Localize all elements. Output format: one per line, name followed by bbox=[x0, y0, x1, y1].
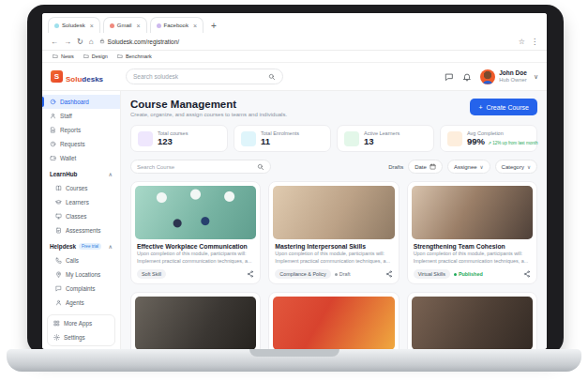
chevron-down-icon: ∨ bbox=[480, 164, 484, 170]
new-tab-button[interactable]: + bbox=[206, 21, 221, 33]
back-icon[interactable]: ← bbox=[51, 38, 58, 46]
reload-icon[interactable]: ↻ bbox=[77, 38, 83, 46]
browser-menu-icon[interactable]: ⋮ bbox=[531, 38, 538, 46]
course-title: Effective Workplace Communication bbox=[135, 243, 256, 250]
sidebar-section-helpdesk[interactable]: Helpdesk Free trial ∧ bbox=[42, 239, 120, 253]
bookmark-design[interactable]: Design bbox=[83, 53, 108, 59]
app-header: S Soludesks John Doe Hub Owner ∨ bbox=[42, 63, 547, 91]
sidebar-item-learners[interactable]: Learners bbox=[42, 195, 120, 209]
sidebar-item-complaints[interactable]: Complaints bbox=[42, 282, 120, 296]
category-filter-label: Category bbox=[502, 164, 524, 170]
stat-value: 99% bbox=[467, 136, 485, 146]
chevron-up-icon[interactable]: ∧ bbox=[109, 171, 113, 177]
book-icon bbox=[138, 131, 153, 146]
sidebar-item-settings[interactable]: Settings bbox=[48, 330, 114, 344]
category-filter[interactable]: Category ∨ bbox=[495, 160, 537, 174]
tab-soludesk[interactable]: Soludesk × bbox=[48, 17, 100, 33]
global-search[interactable] bbox=[126, 69, 283, 84]
sidebar-item-wallet[interactable]: Wallet bbox=[42, 151, 120, 165]
home-icon[interactable]: ⌂ bbox=[89, 38, 94, 46]
course-image bbox=[135, 297, 256, 349]
course-image bbox=[273, 297, 394, 349]
tab-favicon bbox=[110, 23, 114, 28]
bookmark-star-icon[interactable]: ☆ bbox=[519, 38, 525, 46]
chevron-down-icon[interactable]: ∨ bbox=[534, 73, 538, 81]
forward-icon[interactable]: → bbox=[64, 38, 71, 46]
plus-icon: + bbox=[478, 104, 482, 111]
chat-square-icon bbox=[55, 285, 62, 292]
stat-value: 123 bbox=[158, 136, 188, 146]
avatar[interactable] bbox=[480, 69, 495, 84]
sidebar-item-agents[interactable]: Agents bbox=[42, 296, 120, 310]
sidebar-item-dashboard[interactable]: Dashboard bbox=[42, 95, 120, 109]
sidebar-item-calls[interactable]: Calls bbox=[42, 253, 120, 267]
page-subtitle: Create, organize, and assign courses to … bbox=[130, 112, 287, 117]
sidebar-section-learnhub[interactable]: LearnHub ∧ bbox=[42, 167, 120, 181]
sidebar-item-my-locations[interactable]: My Locations bbox=[42, 267, 120, 282]
course-search[interactable] bbox=[130, 160, 271, 174]
folder-icon bbox=[53, 53, 58, 59]
date-filter[interactable]: Date bbox=[408, 160, 443, 174]
sidebar-item-courses[interactable]: Courses bbox=[42, 181, 120, 195]
sidebar-item-label: Complaints bbox=[66, 285, 96, 292]
sidebar-item-classes[interactable]: Classes bbox=[42, 209, 120, 223]
course-image bbox=[412, 186, 533, 239]
agent-icon bbox=[55, 299, 62, 306]
course-search-input[interactable] bbox=[137, 164, 253, 170]
share-icon[interactable] bbox=[385, 270, 393, 278]
calendar-icon bbox=[430, 163, 436, 170]
bookmark-benchmark[interactable]: Benchmark bbox=[117, 53, 152, 59]
stat-card-avg-completion: Avg Completion 99% ↗ 12% up from last mo… bbox=[440, 125, 537, 152]
bookmark-label: Benchmark bbox=[126, 53, 152, 59]
sidebar-item-reports[interactable]: Reports bbox=[42, 123, 120, 137]
sidebar-item-requests[interactable]: Requests bbox=[42, 137, 120, 151]
app-logo[interactable]: S Soludesks bbox=[51, 69, 122, 85]
user-info: John Doe Hub Owner bbox=[499, 69, 527, 84]
laptop-screen: Soludesk × Gmail × Facebook × + ← → ↻ ⌂ … bbox=[42, 13, 547, 349]
drafts-filter[interactable]: Drafts bbox=[388, 164, 403, 170]
chat-icon[interactable] bbox=[445, 72, 454, 82]
assignee-filter-label: Assignee bbox=[454, 164, 477, 170]
assignee-filter[interactable]: Assignee ∨ bbox=[447, 160, 490, 174]
course-tag: Compliance & Policy bbox=[275, 269, 330, 279]
user-name: John Doe bbox=[499, 69, 527, 77]
create-course-button[interactable]: + Create Course bbox=[470, 99, 537, 115]
chevron-up-icon[interactable]: ∧ bbox=[109, 243, 113, 250]
lock-icon bbox=[99, 38, 105, 44]
course-card[interactable]: Enhancing Team Dialogue bbox=[130, 292, 261, 349]
close-icon[interactable]: × bbox=[136, 23, 140, 29]
clipboard-icon bbox=[55, 227, 62, 234]
sidebar-item-label: Classes bbox=[66, 213, 86, 220]
tab-gmail[interactable]: Gmail × bbox=[103, 17, 147, 33]
share-icon[interactable] bbox=[523, 270, 531, 278]
course-description: Upon completion of this module, particip… bbox=[273, 251, 394, 265]
stat-trend: ↗ 12% up from last month bbox=[488, 141, 538, 145]
status-dot bbox=[454, 273, 457, 276]
share-icon[interactable] bbox=[247, 270, 254, 278]
sidebar-item-label: Staff bbox=[60, 113, 72, 119]
sidebar-item-more-apps[interactable]: More Apps bbox=[48, 316, 114, 330]
chevron-down-icon: ∨ bbox=[527, 164, 531, 170]
bookmark-news[interactable]: News bbox=[53, 53, 74, 59]
course-card[interactable]: Effective Workplace Communication Upon c… bbox=[130, 181, 261, 284]
close-icon[interactable]: × bbox=[193, 23, 197, 29]
sidebar-item-staff[interactable]: Staff bbox=[42, 109, 120, 123]
course-card[interactable]: Optimizing Group Dynamics bbox=[268, 292, 399, 349]
status-label: Draft bbox=[339, 271, 351, 277]
sidebar-item-assessments[interactable]: Assessments bbox=[42, 223, 120, 237]
course-card[interactable]: Cultivating Open Communication bbox=[407, 292, 537, 349]
sidebar-item-label: Assessments bbox=[66, 227, 100, 234]
section-title: Helpdesk bbox=[50, 243, 76, 250]
course-image bbox=[135, 186, 256, 239]
sidebar-item-label: Learners bbox=[66, 199, 89, 206]
close-icon[interactable]: × bbox=[90, 23, 94, 29]
bell-icon[interactable] bbox=[462, 72, 472, 82]
address-bar[interactable]: Soludesk.com/registration/ bbox=[99, 38, 513, 45]
logo-text: Solu bbox=[66, 75, 82, 84]
global-search-input[interactable] bbox=[133, 73, 264, 80]
course-card[interactable]: Mastering Interpersonal Skills Upon comp… bbox=[268, 181, 399, 284]
monitor-icon bbox=[55, 213, 62, 220]
tab-facebook[interactable]: Facebook × bbox=[150, 17, 204, 33]
course-card[interactable]: Strengthening Team Cohesion Upon complet… bbox=[407, 181, 537, 284]
search-icon bbox=[268, 73, 276, 81]
